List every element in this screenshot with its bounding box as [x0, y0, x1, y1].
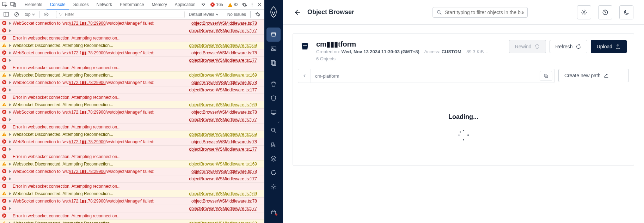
console-row[interactable]: objectBrowserWSMiddleware.ts:177	[0, 86, 264, 94]
path-back-icon[interactable]	[298, 69, 311, 83]
console-row[interactable]: WebSocket connection to 'ws://172.1▮▮.78…	[0, 168, 264, 175]
inspect-icon[interactable]	[1, 0, 8, 9]
console-row[interactable]: objectBrowserWSMiddleware.ts:177	[0, 27, 264, 34]
expand-caret-icon[interactable]	[9, 200, 11, 203]
kebab-icon[interactable]	[249, 0, 255, 9]
log-source-link[interactable]: objectBrowserWSMiddleware.ts:78	[191, 20, 257, 26]
expand-caret-icon[interactable]	[9, 111, 11, 114]
expand-caret-icon[interactable]	[9, 59, 11, 62]
console-row[interactable]: Websocket Disconnected. Attempting Recon…	[0, 190, 264, 197]
console-row[interactable]: Error in websocket connection. Attemptin…	[0, 64, 264, 71]
log-source-link[interactable]: objectBrowserWSMiddleware.ts:177	[189, 87, 257, 93]
error-count-badge[interactable]: ✕ 165	[208, 2, 225, 7]
console-row[interactable]: WebSocket connection to 'ws://172.1▮▮.78…	[0, 79, 264, 86]
expand-caret-icon[interactable]	[9, 89, 11, 91]
breadcrumb-path[interactable]: cm-platform	[311, 73, 540, 79]
expand-caret-icon[interactable]	[9, 44, 11, 47]
settings-button-icon[interactable]	[577, 5, 591, 19]
clear-console-icon[interactable]	[13, 11, 20, 18]
console-output[interactable]: WebSocket connection to 'ws://172.1▮▮.78…	[0, 19, 264, 223]
create-path-button[interactable]: Create new path	[558, 69, 629, 82]
warning-count-badge[interactable]: 82	[226, 2, 240, 7]
nav-search-icon[interactable]	[266, 123, 281, 137]
console-row[interactable]: objectBrowserWSMiddleware.ts:177	[0, 175, 264, 182]
expand-caret-icon[interactable]	[9, 177, 11, 180]
console-row[interactable]: Error in websocket connection. Attemptin…	[0, 182, 264, 190]
console-row[interactable]: objectBrowserWSMiddleware.ts:177	[0, 205, 264, 212]
log-source-link[interactable]: objectBrowserWSMiddleware.ts:177	[189, 146, 257, 152]
filter-box[interactable]	[56, 11, 185, 18]
theme-button-icon[interactable]	[619, 5, 633, 19]
tab-elements[interactable]: Elements	[21, 0, 46, 10]
copy-path-icon[interactable]	[540, 71, 552, 81]
console-row[interactable]: objectBrowserWSMiddleware.ts:177	[0, 116, 264, 123]
log-source-link[interactable]: objectBrowserWSMiddleware.ts:78	[191, 50, 257, 56]
expand-caret-icon[interactable]	[9, 29, 11, 32]
console-row[interactable]: WebSocket connection to 'ws://172.1▮▮.78…	[0, 138, 264, 145]
back-arrow-icon[interactable]	[293, 9, 300, 16]
tab-console[interactable]: Console	[47, 0, 69, 10]
console-row[interactable]: Error in websocket connection. Attemptin…	[0, 34, 264, 42]
console-row[interactable]: Error in websocket connection. Attemptin…	[0, 123, 264, 131]
console-row[interactable]: Error in websocket connection. Attemptin…	[0, 94, 264, 101]
expand-caret-icon[interactable]	[9, 52, 11, 54]
log-source-link[interactable]: objectBrowserWSMiddleware.ts:177	[189, 117, 257, 122]
nav-buckets-icon[interactable]	[266, 28, 281, 42]
console-row[interactable]: Websocket Disconnected. Attempting Recon…	[0, 42, 264, 49]
search-input[interactable]	[445, 10, 524, 15]
expand-caret-icon[interactable]	[9, 192, 11, 195]
console-row[interactable]: objectBrowserWSMiddleware.ts:177	[0, 56, 264, 64]
console-row[interactable]: WebSocket connection to 'ws://172.1▮▮.78…	[0, 108, 264, 116]
console-row[interactable]: Websocket Disconnected. Attempting Recon…	[0, 101, 264, 108]
tab-sources[interactable]: Sources	[70, 0, 92, 10]
expand-caret-icon[interactable]	[9, 133, 11, 136]
nav-trash-icon[interactable]	[266, 77, 281, 91]
more-tabs-icon[interactable]	[200, 0, 207, 9]
app-logo-icon[interactable]	[266, 4, 281, 20]
context-selector[interactable]: top	[23, 11, 36, 18]
tab-application[interactable]: Application	[171, 0, 199, 10]
filter-input[interactable]	[65, 12, 182, 17]
log-source-link[interactable]: objectBrowserWSMiddleware.ts:169	[189, 132, 257, 137]
gear-icon[interactable]	[241, 0, 248, 9]
upload-button[interactable]: Upload	[591, 40, 627, 53]
log-source-link[interactable]: objectBrowserWSMiddleware.ts:169	[189, 72, 257, 78]
console-row[interactable]: WebSocket connection to 'ws://172.1▮▮.78…	[0, 49, 264, 56]
nav-monitor-icon[interactable]	[266, 105, 281, 119]
log-source-link[interactable]: objectBrowserWSMiddleware.ts:169	[189, 221, 257, 223]
console-row[interactable]: Error in websocket connection. Attemptin…	[0, 212, 264, 219]
expand-caret-icon[interactable]	[9, 170, 11, 173]
refresh-button[interactable]: Refresh	[550, 40, 587, 53]
expand-caret-icon[interactable]	[9, 22, 11, 25]
search-box[interactable]	[433, 7, 528, 18]
help-button-icon[interactable]	[598, 5, 612, 19]
nav-lambda-icon[interactable]	[266, 137, 281, 151]
expand-caret-icon[interactable]	[9, 148, 11, 151]
tab-memory[interactable]: Memory	[148, 0, 170, 10]
nav-gear-icon[interactable]	[266, 180, 281, 194]
expand-caret-icon[interactable]	[9, 74, 11, 77]
expand-caret-icon[interactable]	[9, 207, 11, 210]
live-expression-icon[interactable]	[42, 11, 50, 18]
console-row[interactable]: Websocket Disconnected. Attempting Recon…	[0, 71, 264, 79]
console-row[interactable]: WebSocket connection to 'ws://172.1▮▮.78…	[0, 197, 264, 205]
expand-caret-icon[interactable]	[9, 103, 11, 106]
nav-files-icon[interactable]	[266, 56, 281, 70]
device-icon[interactable]	[9, 0, 16, 9]
log-source-link[interactable]: objectBrowserWSMiddleware.ts:78	[191, 169, 257, 174]
nav-images-icon[interactable]	[266, 42, 281, 56]
log-source-link[interactable]: objectBrowserWSMiddleware.ts:78	[191, 109, 257, 115]
expand-caret-icon[interactable]	[9, 140, 11, 143]
no-issues-label[interactable]: No Issues	[226, 12, 247, 17]
console-row[interactable]: Error in websocket connection. Attemptin…	[0, 153, 264, 160]
tab-network[interactable]: Network	[93, 0, 116, 10]
nav-support-icon[interactable]	[266, 205, 281, 219]
log-source-link[interactable]: objectBrowserWSMiddleware.ts:169	[189, 191, 257, 197]
log-source-link[interactable]: objectBrowserWSMiddleware.ts:177	[189, 58, 257, 63]
expand-caret-icon[interactable]	[9, 118, 11, 121]
console-settings-icon[interactable]	[253, 10, 262, 19]
console-row[interactable]: Websocket Disconnected. Attempting Recon…	[0, 131, 264, 138]
console-row[interactable]: Websocket Disconnected. Attempting Recon…	[0, 219, 264, 223]
nav-shield-icon[interactable]	[266, 91, 281, 105]
nav-sync-icon[interactable]	[266, 165, 281, 180]
